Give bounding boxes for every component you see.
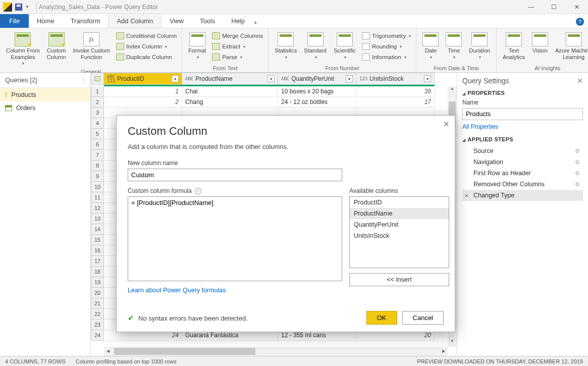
table-row[interactable]: 22Chang24 - 12 oz bottles17	[91, 97, 457, 108]
insert-button[interactable]: << Insert	[349, 273, 449, 286]
dialog-close-icon[interactable]: ✕	[443, 120, 450, 129]
time-button[interactable]: Time▾	[444, 30, 464, 62]
queries-pane: Queries [2]〈 !ProductsOrders	[0, 73, 91, 356]
text-analytics-button[interactable]: Text Analytics	[501, 30, 527, 62]
all-properties-link[interactable]: All Properties	[462, 123, 583, 130]
column-header[interactable]: ABCQuantityPerUnit▾	[278, 73, 356, 85]
column-header[interactable]: ABCProductName▾	[182, 73, 278, 85]
tab-help[interactable]: Help	[223, 14, 253, 28]
column-filter-icon[interactable]: ▾	[172, 75, 179, 82]
date-button[interactable]: Date▾	[420, 30, 441, 62]
index-column-button[interactable]: Index Column▾	[115, 42, 178, 51]
dialog-subtitle: Add a column that is computed from the o…	[128, 143, 444, 150]
collapse-queries-icon[interactable]: 〈	[79, 76, 85, 85]
available-columns-label: Available columns	[349, 187, 449, 194]
settings-title: Query Settings	[462, 77, 509, 85]
learn-link[interactable]: Learn about Power Query formulas	[128, 287, 226, 294]
ribbon-group-ai: AI Insights	[501, 64, 588, 71]
warning-icon: !	[5, 91, 7, 98]
ribbon: Column From Examples▾ Custom Column Invo…	[0, 28, 588, 73]
collapse-ribbon-icon[interactable]: ▲	[253, 19, 258, 25]
queries-title: Queries [2]	[5, 76, 37, 84]
gear-icon[interactable]: ⚙	[575, 148, 580, 154]
title-bar: ▼ Analyzing_Sales_Data - Power Query Edi…	[0, 0, 588, 14]
column-filter-icon[interactable]: ▾	[424, 75, 431, 82]
select-all-corner[interactable]	[91, 73, 104, 85]
trigonometry-button[interactable]: Trigonometry▾	[361, 31, 412, 40]
status-profiling: Column profiling based on top 1000 rows	[76, 358, 177, 364]
new-column-name-label: New column name	[128, 160, 444, 167]
horizontal-scrollbar[interactable]: ◀▶	[104, 347, 448, 356]
applied-step[interactable]: Changed Type	[462, 190, 583, 201]
ribbon-tabs: File Home Transform Add Column View Tool…	[0, 14, 588, 28]
conditional-column-button[interactable]: Conditional Column	[115, 31, 178, 40]
gear-icon[interactable]: ⚙	[575, 170, 580, 177]
statistics-button[interactable]: Statistics▾	[273, 30, 299, 62]
duration-button[interactable]: Duration▾	[467, 30, 492, 62]
parse-button[interactable]: Parse▾	[211, 53, 264, 62]
column-header[interactable]: 123UnitsInStock▾	[356, 73, 435, 85]
tab-transform[interactable]: Transform	[63, 14, 109, 28]
tab-view[interactable]: View	[162, 14, 192, 28]
available-columns-list[interactable]: ProductIDProductNameQuantityPerUnitUnits…	[349, 196, 449, 268]
vision-button[interactable]: Vision	[530, 30, 550, 56]
column-from-examples-button[interactable]: Column From Examples▾	[4, 30, 42, 68]
custom-column-button[interactable]: Custom Column	[45, 30, 68, 62]
info-icon[interactable]: i	[195, 188, 201, 194]
query-item[interactable]: !Products	[0, 88, 90, 101]
format-button[interactable]: Format▾	[186, 30, 208, 62]
status-bar: 4 COLUMNS, 77 ROWS Column profiling base…	[0, 356, 588, 366]
invoke-custom-function-button[interactable]: Invoke Custom Function	[71, 30, 112, 62]
qat-dropdown-icon[interactable]: ▼	[25, 5, 29, 9]
applied-step[interactable]: Removed Other Columns⚙	[462, 179, 583, 190]
tab-add-column[interactable]: Add Column	[108, 14, 162, 28]
gear-icon[interactable]: ⚙	[575, 181, 580, 188]
properties-section[interactable]: PROPERTIES	[462, 90, 583, 96]
available-column-option[interactable]: ProductName	[350, 208, 449, 219]
tab-home[interactable]: Home	[29, 14, 63, 28]
formula-input[interactable]: = [ProductID][ProductName]	[128, 196, 342, 281]
query-name-input[interactable]	[462, 108, 583, 120]
standard-button[interactable]: Standard▾	[302, 30, 329, 62]
applied-steps-section[interactable]: APPLIED STEPS	[462, 136, 583, 142]
applied-step[interactable]: First Row as Header⚙	[462, 168, 583, 179]
ribbon-group-from-number: From Number	[273, 64, 412, 71]
help-icon[interactable]: ?	[576, 18, 584, 26]
table-row[interactable]: 11Chai10 boxes x 20 bags39	[91, 86, 457, 97]
query-item[interactable]: Orders	[0, 101, 90, 115]
available-column-option[interactable]: ProductID	[350, 197, 449, 208]
available-column-option[interactable]: UnitsInStock	[350, 230, 449, 241]
save-icon[interactable]	[15, 4, 22, 11]
ribbon-group-from-datetime: From Date & Time	[420, 64, 492, 71]
minimize-button[interactable]: —	[520, 0, 543, 14]
status-preview-date: PREVIEW DOWNLOADED ON THURSDAY, DECEMBER…	[417, 358, 583, 364]
duplicate-column-button[interactable]: Duplicate Column	[115, 53, 178, 62]
query-settings-pane: Query Settings✕ PROPERTIES Name All Prop…	[457, 73, 588, 356]
available-column-option[interactable]: QuantityPerUnit	[350, 219, 449, 230]
tab-file[interactable]: File	[0, 14, 29, 28]
formula-label: Custom column formula	[128, 187, 192, 194]
azure-ml-button[interactable]: Azure Machine Learning	[553, 30, 588, 62]
information-button[interactable]: Information▾	[361, 53, 412, 62]
close-settings-icon[interactable]: ✕	[577, 77, 583, 85]
syntax-status: No syntax errors have been detected.	[138, 315, 248, 322]
gear-icon[interactable]: ⚙	[575, 159, 580, 166]
column-filter-icon[interactable]: ▾	[268, 75, 275, 82]
ok-button[interactable]: OK	[366, 311, 397, 325]
table-icon	[5, 105, 12, 111]
maximize-button[interactable]: ☐	[543, 0, 565, 14]
merge-columns-button[interactable]: Merge Columns	[211, 31, 264, 40]
tab-tools[interactable]: Tools	[192, 14, 223, 28]
rounding-button[interactable]: Rounding▾	[361, 42, 412, 51]
applied-step[interactable]: Navigation⚙	[462, 156, 583, 168]
extract-button[interactable]: Extract▾	[211, 42, 264, 51]
scientific-button[interactable]: Scientific▾	[332, 30, 358, 62]
status-columns-rows: 4 COLUMNS, 77 ROWS	[5, 358, 66, 364]
applied-step[interactable]: Source⚙	[462, 145, 583, 156]
column-header[interactable]: ABC123ProductID▾	[104, 73, 182, 85]
new-column-name-input[interactable]	[128, 169, 342, 181]
name-label: Name	[462, 99, 583, 106]
column-filter-icon[interactable]: ▾	[346, 75, 353, 82]
cancel-button[interactable]: Cancel	[402, 311, 444, 325]
close-button[interactable]: ✕	[565, 0, 588, 14]
